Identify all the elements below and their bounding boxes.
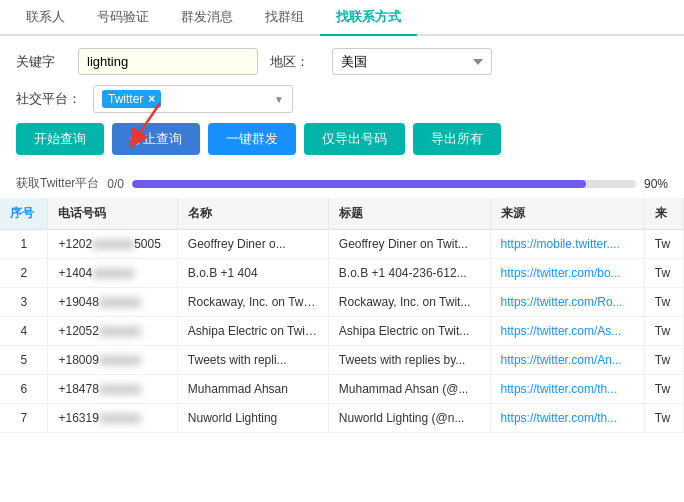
col-header-source: 来源 (490, 198, 644, 230)
cell-name: B.o.B +1 404 (177, 259, 328, 288)
progress-percent: 90% (644, 177, 668, 191)
cell-source[interactable]: https://twitter.com/As... (490, 317, 644, 346)
cell-id: 1 (0, 230, 48, 259)
export-all-button[interactable]: 导出所有 (413, 123, 501, 155)
form-area: 关键字 地区： 美国 社交平台： Twitter × ▼ 开始查询 停止查询 一 (0, 36, 684, 171)
start-query-button[interactable]: 开始查询 (16, 123, 104, 155)
remove-twitter-button[interactable]: × (148, 92, 155, 106)
col-header-name: 名称 (177, 198, 328, 230)
table-row: 4 +12052xxxxxxx Ashipa Electric on Twit.… (0, 317, 684, 346)
table-row: 2 +1404xxxxxxx B.o.B +1 404 B.o.B +1 404… (0, 259, 684, 288)
cell-tag: Tw (644, 288, 683, 317)
action-buttons: 开始查询 停止查询 一键群发 仅导出号码 导出所有 (16, 123, 668, 155)
col-header-title: 标题 (328, 198, 490, 230)
cell-phone: +1202xxxxxxx5005 (48, 230, 177, 259)
cell-phone: +1404xxxxxxx (48, 259, 177, 288)
cell-id: 7 (0, 404, 48, 433)
cell-phone: +18478xxxxxxx (48, 375, 177, 404)
cell-source[interactable]: https://twitter.com/th... (490, 404, 644, 433)
cell-title: Geoffrey Diner on Twit... (328, 230, 490, 259)
cell-name: Muhammad Ahsan (177, 375, 328, 404)
cell-source[interactable]: https://twitter.com/An... (490, 346, 644, 375)
cell-tag: Tw (644, 230, 683, 259)
results-table-wrapper: 序号 电话号码 名称 标题 来源 来 1 +1202xxxxxxx5005 Ge… (0, 198, 684, 433)
cell-phone: +16319xxxxxxx (48, 404, 177, 433)
table-header-row: 序号 电话号码 名称 标题 来源 来 (0, 198, 684, 230)
progress-bar-fill (132, 180, 586, 188)
chevron-down-icon: ▼ (274, 94, 284, 105)
keyword-label: 关键字 (16, 53, 66, 71)
cell-name: Tweets with repli... (177, 346, 328, 375)
table-row: 5 +18009xxxxxxx Tweets with repli... Twe… (0, 346, 684, 375)
cell-phone: +18009xxxxxxx (48, 346, 177, 375)
cell-phone: +12052xxxxxxx (48, 317, 177, 346)
cell-phone: +19048xxxxxxx (48, 288, 177, 317)
cell-id: 4 (0, 317, 48, 346)
tab-verify[interactable]: 号码验证 (81, 0, 165, 36)
cell-tag: Tw (644, 346, 683, 375)
stop-query-button[interactable]: 停止查询 (112, 123, 200, 155)
cell-title: Muhammad Ahsan (@... (328, 375, 490, 404)
cell-id: 6 (0, 375, 48, 404)
platform-row: 社交平台： Twitter × ▼ (16, 85, 668, 113)
cell-title: Nuworld Lighting (@n... (328, 404, 490, 433)
cell-tag: Tw (644, 375, 683, 404)
col-header-tag: 来 (644, 198, 683, 230)
cell-tag: Tw (644, 317, 683, 346)
col-header-id: 序号 (0, 198, 48, 230)
table-row: 1 +1202xxxxxxx5005 Geoffrey Diner o... G… (0, 230, 684, 259)
keyword-region-row: 关键字 地区： 美国 (16, 48, 668, 75)
cell-title: B.o.B +1 404-236-612... (328, 259, 490, 288)
twitter-tag[interactable]: Twitter × (102, 90, 161, 108)
progress-label: 获取Twitter平台 (16, 175, 99, 192)
tab-find-group[interactable]: 找群组 (249, 0, 320, 36)
tab-bar: 联系人 号码验证 群发消息 找群组 找联系方式 (0, 0, 684, 36)
platform-label: 社交平台： (16, 90, 81, 108)
cell-name: Geoffrey Diner o... (177, 230, 328, 259)
cell-id: 5 (0, 346, 48, 375)
table-row: 6 +18478xxxxxxx Muhammad Ahsan Muhammad … (0, 375, 684, 404)
cell-name: Ashipa Electric on Twit... (177, 317, 328, 346)
cell-id: 3 (0, 288, 48, 317)
progress-count: 0/0 (107, 177, 124, 191)
tab-mass-msg[interactable]: 群发消息 (165, 0, 249, 36)
cell-tag: Tw (644, 404, 683, 433)
cell-tag: Tw (644, 259, 683, 288)
cell-source[interactable]: https://mobile.twitter.... (490, 230, 644, 259)
region-label: 地区： (270, 53, 320, 71)
twitter-tag-label: Twitter (108, 92, 143, 106)
results-table: 序号 电话号码 名称 标题 来源 来 1 +1202xxxxxxx5005 Ge… (0, 198, 684, 433)
cell-name: Nuworld Lighting (177, 404, 328, 433)
cell-source[interactable]: https://twitter.com/th... (490, 375, 644, 404)
platform-select[interactable]: Twitter × ▼ (93, 85, 293, 113)
progress-bar (132, 180, 636, 188)
progress-area: 获取Twitter平台 0/0 90% (0, 171, 684, 198)
cell-title: Tweets with replies by... (328, 346, 490, 375)
region-select[interactable]: 美国 (332, 48, 492, 75)
cell-title: Rockaway, Inc. on Twit... (328, 288, 490, 317)
cell-source[interactable]: https://twitter.com/Ro... (490, 288, 644, 317)
cell-name: Rockaway, Inc. on Twit... (177, 288, 328, 317)
cell-id: 2 (0, 259, 48, 288)
col-header-phone: 电话号码 (48, 198, 177, 230)
cell-source[interactable]: https://twitter.com/bo... (490, 259, 644, 288)
export-phone-button[interactable]: 仅导出号码 (304, 123, 405, 155)
mass-send-button[interactable]: 一键群发 (208, 123, 296, 155)
table-row: 7 +16319xxxxxxx Nuworld Lighting Nuworld… (0, 404, 684, 433)
tab-find-contact[interactable]: 找联系方式 (320, 0, 417, 36)
cell-title: Ashipa Electric on Twit... (328, 317, 490, 346)
tab-contacts[interactable]: 联系人 (10, 0, 81, 36)
table-row: 3 +19048xxxxxxx Rockaway, Inc. on Twit..… (0, 288, 684, 317)
keyword-input[interactable] (78, 48, 258, 75)
